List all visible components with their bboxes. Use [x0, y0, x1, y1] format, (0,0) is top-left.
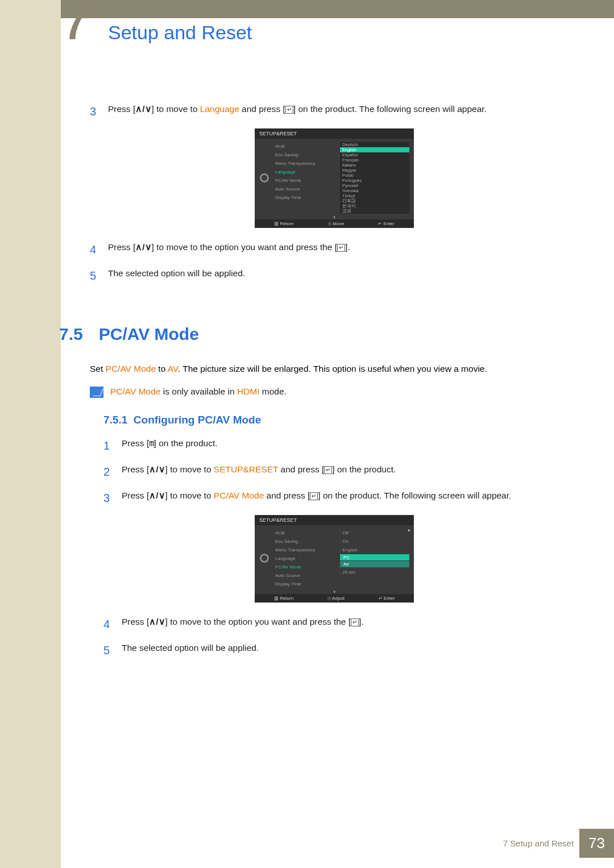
section-heading-7-5: 7.5PC/AV Mode [59, 325, 579, 344]
hl: PC/AV Mode [106, 364, 156, 373]
hl: Language [200, 104, 239, 114]
t: ] on the product. [332, 464, 396, 474]
step-number: 4 [90, 240, 108, 259]
footer-chapter: 7 Setup and Reset [503, 838, 574, 848]
hl: PC/AV Mode [110, 387, 160, 396]
t: and press [ [264, 491, 310, 500]
t: ] to move to the option you want and pre… [152, 242, 338, 252]
t: Press [ [108, 104, 135, 114]
move-label: ◇ Move [328, 221, 344, 226]
t: mode. [259, 387, 286, 396]
chapter-number: 7 [64, 0, 86, 49]
osd-title: SETUP&RESET [255, 128, 414, 139]
t: ] to move to [165, 491, 214, 500]
enter-icon: ↵ [351, 618, 359, 626]
t: ] on the product. The following screen w… [293, 104, 487, 114]
osd-footer: ▥ Return ◇ Move ↵ Enter [255, 219, 414, 228]
hl: AV [168, 364, 178, 373]
updown-icon: ∧/∨ [135, 240, 151, 255]
subsection-title: Configuring PC/AV Mode [134, 414, 261, 426]
step-text: Press [m ] on the product. [122, 437, 579, 455]
step-text: The selected option will be applied. [122, 641, 579, 659]
subsection-heading-7-5-1: 7.5.1 Configuring PC/AV Mode [103, 414, 579, 426]
step-5: 5 The selected option will be applied. [90, 267, 579, 285]
enter-icon: ↵ [310, 492, 318, 500]
step-number: 3 [103, 489, 122, 507]
adjust-label: ◇ Adjust [327, 596, 345, 601]
osd-title: SETUP&RESET [255, 515, 414, 525]
page-footer: 7 Setup and Reset 73 [503, 829, 614, 858]
enter-label: ↵ Enter [378, 221, 394, 226]
step-4b: 4 Press [∧/∨] to move to the option you … [103, 615, 579, 633]
chevron-down-icon: ▾ [255, 215, 414, 219]
t: Press [ [122, 491, 149, 500]
updown-icon: ∧/∨ [149, 489, 165, 503]
t: ] on the product. [154, 438, 218, 448]
osd-menu-list: HUBEco SavingMenu TransparencyLanguagePC… [274, 529, 340, 588]
t: ] to move to the option you want and pre… [165, 617, 351, 626]
subsection-num: 7.5.1 [103, 414, 127, 426]
enter-icon: ↵ [285, 106, 293, 114]
content-area: 3 Press [∧/∨] to move to Language and pr… [90, 102, 579, 667]
step-4: 4 Press [∧/∨] to move to the option you … [90, 240, 579, 259]
gear-icon [260, 173, 269, 182]
osd-menu-list: HUBEco SavingMenu TransparencyLanguagePC… [274, 142, 340, 214]
hl: SETUP&RESET [214, 464, 278, 474]
step-2: 2 Press [∧/∨] to move to SETUP&RESET and… [103, 463, 579, 481]
step-3: 3 Press [∧/∨] to move to Language and pr… [90, 102, 579, 121]
t: is only available in [160, 387, 237, 396]
section-para: Set PC/AV Mode to AV. The picture size w… [90, 362, 579, 376]
t: ] on the product. The following screen w… [318, 491, 511, 500]
hl: PC/AV Mode [214, 491, 264, 500]
osd-screenshot-pcav: SETUP&RESET ▸ HUBEco SavingMenu Transpar… [255, 515, 414, 603]
updown-icon: ∧/∨ [135, 102, 151, 117]
enter-label: ↵ Enter [379, 596, 395, 601]
enter-icon: ↵ [337, 244, 345, 252]
t: ]. [359, 617, 364, 626]
step-number: 3 [90, 102, 108, 121]
t: Set [90, 364, 106, 373]
step-text: Press [∧/∨] to move to SETUP&RESET and p… [122, 463, 579, 481]
osd-footer: ▥ Return ◇ Adjust ↵ Enter [255, 594, 414, 603]
updown-icon: ∧/∨ [149, 615, 165, 629]
language-list: DeutschEnglishEspañolFrançaisItalianoMag… [340, 142, 409, 214]
t: . The picture size will be enlarged. Thi… [178, 364, 487, 373]
enter-icon: ↵ [324, 466, 332, 474]
footer-page-number: 73 [579, 829, 614, 858]
step-number: 5 [103, 641, 122, 659]
osd-screenshot-language: SETUP&RESET HUBEco SavingMenu Transparen… [255, 128, 414, 228]
chevron-right-icon: ▸ [408, 528, 410, 533]
t: ] to move to [152, 104, 200, 114]
return-label: ▥ Return [274, 596, 293, 601]
section-num: 7.5 [59, 325, 83, 343]
updown-icon: ∧/∨ [149, 463, 165, 477]
step-text: Press [∧/∨] to move to Language and pres… [108, 102, 579, 121]
step-text: Press [∧/∨] to move to PC/AV Mode and pr… [122, 489, 579, 507]
t: ] to move to [165, 464, 214, 474]
step-5b: 5 The selected option will be applied. [103, 641, 579, 659]
step-text: Press [∧/∨] to move to the option you wa… [122, 615, 579, 633]
osd-values: : Off: On: EnglishPCAV: 20 sec [340, 529, 409, 576]
step-text: Press [∧/∨] to move to the option you wa… [108, 240, 579, 259]
top-bar [61, 0, 614, 18]
section-title: PC/AV Mode [99, 325, 199, 343]
step-number: 2 [103, 463, 122, 481]
menu-icon: m [149, 437, 154, 451]
step-number: 1 [103, 437, 122, 455]
note-text: PC/AV Mode is only available in HDMI mod… [110, 387, 579, 397]
t: ]. [345, 242, 350, 252]
step-number: 4 [103, 615, 122, 633]
t: and press [ [239, 104, 285, 114]
note-icon [90, 387, 103, 398]
hl: HDMI [237, 387, 260, 396]
step-1: 1 Press [m ] on the product. [103, 437, 579, 455]
step-number: 5 [90, 267, 108, 285]
chevron-down-icon: ▾ [255, 589, 414, 594]
page-title: Setup and Reset [108, 22, 252, 44]
left-margin-bar [0, 0, 61, 868]
return-label: ▥ Return [274, 221, 293, 226]
t: Press [ [122, 464, 149, 474]
t: Press [ [122, 438, 149, 448]
step-3b: 3 Press [∧/∨] to move to PC/AV Mode and … [103, 489, 579, 507]
step-text: The selected option will be applied. [108, 267, 579, 285]
